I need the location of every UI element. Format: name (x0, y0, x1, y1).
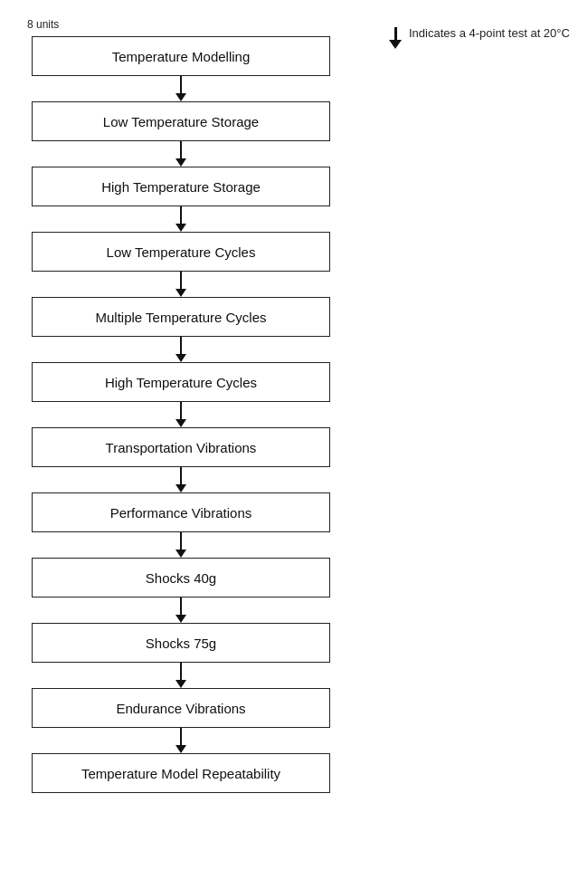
step-transport-vibrations: Transportation Vibrations (32, 427, 330, 467)
arrow-down-icon (175, 337, 186, 362)
step-temperature-modelling: Temperature Modelling (32, 36, 330, 76)
arrow-down-icon (175, 663, 186, 688)
arrow-down-icon (175, 206, 186, 232)
step-low-temp-storage: Low Temperature Storage (32, 101, 330, 141)
step-high-temp-storage: High Temperature Storage (32, 167, 330, 206)
legend: Indicates a 4-point test at 20°C (389, 25, 570, 49)
step-temp-model-repeatability: Temperature Model Repeatability (32, 753, 330, 793)
arrow-down-icon (175, 598, 186, 623)
arrow-down-icon (175, 728, 186, 753)
diagram-container: 8 units Indicates a 4-point test at 20°C… (0, 0, 588, 811)
step-shocks-40g: Shocks 40g (32, 558, 330, 598)
step-low-temp-cycles: Low Temperature Cycles (32, 232, 330, 272)
arrow-down-icon (175, 272, 186, 297)
legend-text: Indicates a 4-point test at 20°C (409, 25, 570, 42)
arrow-down-icon (175, 76, 186, 101)
step-performance-vibrations: Performance Vibrations (32, 492, 330, 532)
flow-chart: Temperature ModellingLow Temperature Sto… (27, 36, 335, 793)
arrow-down-icon (175, 532, 186, 558)
step-multiple-temp-cycles: Multiple Temperature Cycles (32, 297, 330, 337)
step-endurance-vibrations: Endurance Vibrations (32, 688, 330, 728)
arrow-down-icon (175, 402, 186, 427)
legend-arrow-icon (389, 27, 402, 49)
arrow-down-icon (175, 141, 186, 167)
arrow-down-icon (175, 467, 186, 492)
step-shocks-75g: Shocks 75g (32, 623, 330, 663)
step-high-temp-cycles: High Temperature Cycles (32, 362, 330, 402)
